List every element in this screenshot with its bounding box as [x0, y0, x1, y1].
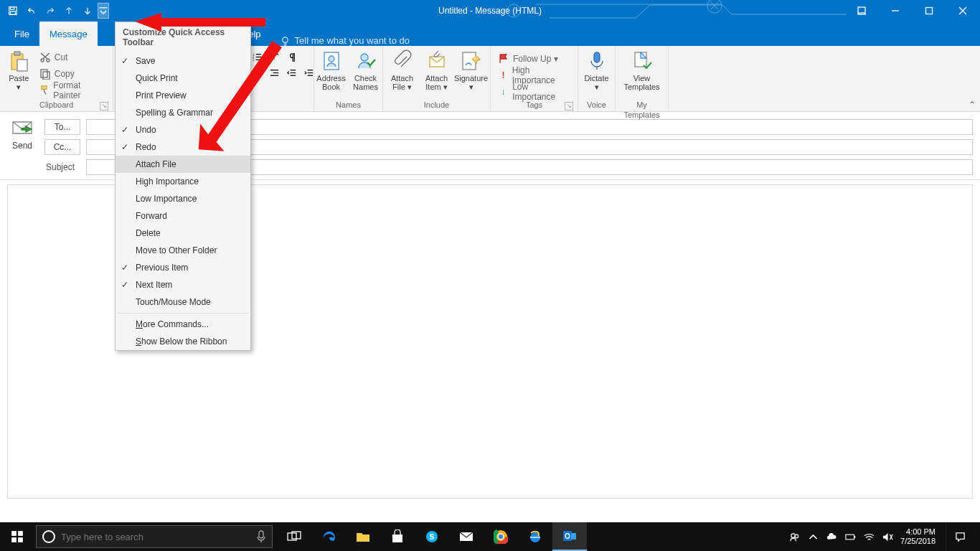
- dictate-button[interactable]: Dictate ▾: [581, 48, 613, 91]
- minimize-button[interactable]: [879, 1, 911, 21]
- file-explorer-icon[interactable]: [346, 522, 380, 551]
- action-center-icon[interactable]: [946, 522, 974, 551]
- start-button[interactable]: [0, 522, 34, 551]
- ie-icon[interactable]: [518, 522, 552, 551]
- qat-redo-icon[interactable]: [42, 2, 59, 19]
- paragraph-marks-icon[interactable]: [284, 50, 300, 64]
- svg-rect-51: [594, 52, 600, 62]
- address-book-button[interactable]: Address Book: [316, 48, 347, 91]
- numbering-icon[interactable]: 123: [250, 50, 265, 64]
- qat-item-previous-item[interactable]: ✓Previous Item: [116, 259, 250, 276]
- task-view-icon[interactable]: [277, 522, 311, 551]
- tray-chevron-icon[interactable]: [807, 531, 819, 542]
- qat-item-redo[interactable]: ✓Redo: [116, 138, 250, 156]
- qat-save-icon[interactable]: [4, 2, 22, 19]
- send-label[interactable]: Send: [12, 141, 32, 151]
- qat-prev-icon[interactable]: [60, 2, 77, 19]
- to-button[interactable]: To...: [44, 119, 80, 135]
- chrome-icon[interactable]: [484, 522, 518, 551]
- battery-icon[interactable]: [844, 531, 856, 542]
- attach-item-button[interactable]: Attach Item ▾: [421, 48, 453, 91]
- skype-icon[interactable]: S: [415, 522, 449, 551]
- menu-separator: [117, 313, 249, 314]
- copy-button[interactable]: Copy: [37, 66, 108, 81]
- qat-show-below[interactable]: Show Below the Ribbon: [116, 333, 250, 350]
- taskbar-search[interactable]: [36, 525, 273, 548]
- qat-item-touch-mouse-mode[interactable]: Touch/Mouse Mode: [116, 293, 250, 311]
- paste-button[interactable]: Paste▾: [4, 48, 34, 91]
- scissors-icon: [39, 52, 51, 63]
- align-right-icon[interactable]: [267, 65, 283, 80]
- check-names-button[interactable]: Check Names: [350, 48, 382, 91]
- view-templates-button[interactable]: View Templates: [620, 48, 664, 91]
- decrease-indent-icon[interactable]: [284, 65, 300, 80]
- qat-item-move-to-other-folder[interactable]: Move to Other Folder: [116, 242, 250, 259]
- qat-item-next-item[interactable]: ✓Next Item: [116, 276, 250, 293]
- qat-customize-menu: Customize Quick Access Toolbar ✓SaveQuic…: [115, 22, 251, 351]
- qat-item-print-preview[interactable]: Print Preview: [116, 87, 250, 104]
- outlook-icon[interactable]: O: [552, 522, 587, 551]
- group-my-templates-label: My Templates: [620, 100, 664, 111]
- tab-message[interactable]: Message: [39, 22, 98, 46]
- format-painter-button[interactable]: Format Painter: [37, 83, 108, 98]
- follow-up-button[interactable]: Follow Up ▾: [495, 51, 573, 66]
- cc-button[interactable]: Cc...: [44, 139, 80, 155]
- qat-customize-button[interactable]: [98, 3, 109, 19]
- templates-icon: [631, 50, 654, 72]
- tell-me[interactable]: Tell me what you want to do: [271, 35, 418, 46]
- qat-item-label: Low Importance: [136, 194, 197, 204]
- tags-dialog-launcher[interactable]: ↘: [565, 102, 573, 110]
- cut-button[interactable]: Cut: [37, 50, 108, 65]
- qat-item-delete[interactable]: Delete: [116, 225, 250, 242]
- qat-item-forward[interactable]: Forward: [116, 207, 250, 225]
- group-voice-label: Voice: [583, 100, 611, 111]
- search-input[interactable]: [61, 532, 250, 542]
- mic-icon[interactable]: [256, 530, 266, 543]
- maximize-button[interactable]: [913, 1, 945, 21]
- high-importance-button[interactable]: !High Importance: [495, 67, 573, 83]
- qat-undo-icon[interactable]: [23, 2, 40, 19]
- low-importance-icon: ↓: [498, 86, 509, 98]
- attach-file-button[interactable]: Attach File ▾: [387, 48, 418, 91]
- send-icon[interactable]: [11, 119, 33, 136]
- qat-more-label: ore Commands...: [143, 319, 209, 329]
- qat-item-undo[interactable]: ✓Undo: [116, 121, 250, 138]
- people-icon[interactable]: [788, 531, 800, 542]
- qat-item-quick-print[interactable]: Quick Print: [116, 70, 250, 87]
- format-painter-icon: [39, 85, 50, 96]
- low-importance-button[interactable]: ↓Low Importance: [495, 84, 573, 99]
- qat-next-icon[interactable]: [79, 2, 96, 19]
- ribbon-display-options-icon[interactable]: [845, 1, 877, 21]
- svg-rect-1: [11, 7, 14, 10]
- tab-file[interactable]: File: [4, 22, 39, 46]
- attach-item-icon: [425, 50, 448, 72]
- qat-item-save[interactable]: ✓Save: [116, 52, 250, 70]
- qat-item-label: Forward: [136, 211, 167, 221]
- clipboard-dialog-launcher[interactable]: ↘: [100, 102, 108, 110]
- clock[interactable]: 4:00 PM 7/25/2018: [900, 527, 938, 546]
- close-button[interactable]: [946, 1, 979, 21]
- svg-rect-11: [14, 52, 20, 55]
- mail-icon[interactable]: [449, 522, 484, 551]
- cortana-icon: [42, 530, 55, 543]
- increase-font-icon[interactable]: A: [267, 50, 283, 64]
- qat-item-high-importance[interactable]: High Importance: [116, 173, 250, 190]
- qat-item-low-importance[interactable]: Low Importance: [116, 190, 250, 207]
- wifi-icon[interactable]: [863, 531, 875, 542]
- volume-icon[interactable]: [882, 531, 893, 542]
- store-icon[interactable]: [380, 522, 415, 551]
- qat-item-spelling-grammar[interactable]: Spelling & Grammar: [116, 104, 250, 121]
- qat-item-label: Previous Item: [136, 263, 188, 273]
- qat-more-commands[interactable]: More Commands...: [116, 316, 250, 333]
- qat-item-label: Quick Print: [136, 73, 178, 83]
- check-icon: ✓: [121, 263, 130, 273]
- collapse-ribbon-icon[interactable]: ⌃: [969, 100, 976, 110]
- signature-button[interactable]: Signature ▾: [456, 48, 487, 91]
- qat-item-attach-file[interactable]: Attach File: [116, 156, 250, 173]
- edge-icon[interactable]: [311, 522, 346, 551]
- align-center-icon[interactable]: [250, 65, 265, 80]
- onedrive-icon[interactable]: [826, 531, 837, 542]
- check-icon: ✓: [121, 125, 130, 135]
- copy-label: Copy: [55, 69, 75, 79]
- qat-item-label: Redo: [136, 142, 156, 152]
